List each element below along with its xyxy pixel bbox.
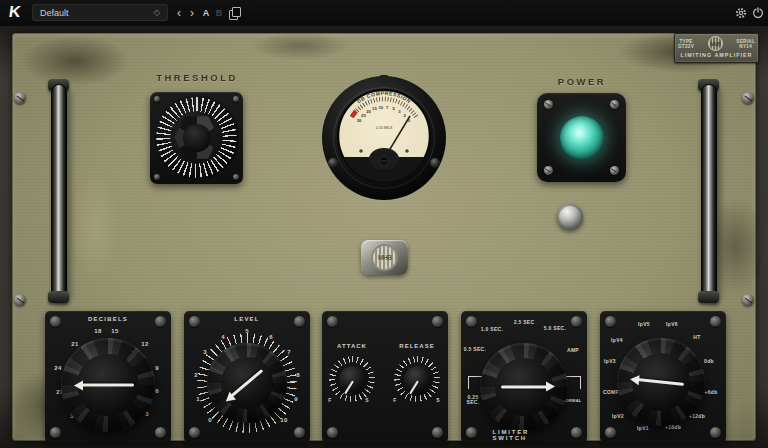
selector-position-label: IpV5 (638, 321, 650, 327)
svg-text:20: 20 (366, 109, 371, 114)
power-bypass-icon[interactable] (752, 7, 764, 19)
dial-number: 10 (280, 417, 287, 423)
badge-logo: MHB (371, 244, 398, 271)
selector-position-label: +12db (689, 413, 705, 419)
knob-pointer (344, 380, 354, 394)
svg-text:30: 30 (357, 118, 362, 123)
selector-position-label: IpV2 (612, 413, 624, 419)
brand-logo: K (8, 3, 21, 21)
selector-position-label: +6db (704, 389, 717, 395)
svg-text:10: 10 (378, 105, 383, 110)
switch-position-label: AMP (567, 347, 579, 353)
preset-prev-button[interactable]: ‹ (173, 0, 185, 26)
limiter-switch-knob[interactable] (480, 343, 568, 431)
dial-number: 8 (296, 372, 300, 378)
nameplate-type-value: GT22V (678, 44, 694, 49)
preset-save-icon[interactable]: ◇ (154, 8, 160, 17)
fast-label: F (393, 397, 396, 403)
dial-number: 18 (94, 328, 101, 334)
threshold-label: THRESHOLD (156, 72, 238, 83)
dial-number: 21 (71, 341, 78, 347)
screw (294, 427, 305, 438)
switch-position-label: 2.5 SEC (514, 319, 535, 325)
knob-arrow (638, 378, 684, 386)
dial-number: 15 (111, 328, 118, 334)
meter-mount-screw (430, 158, 440, 168)
release-knob[interactable] (404, 366, 431, 393)
dial-number: 0 (208, 417, 212, 423)
screw (710, 427, 721, 438)
threshold-knob[interactable] (154, 95, 239, 180)
toolbar: K Default ◇ ‹ › A B (0, 0, 768, 26)
dial-number: 12 (141, 341, 148, 347)
level-title: LEVEL (234, 316, 259, 322)
screw (189, 427, 200, 438)
dial-number: 7 (287, 349, 291, 355)
dial-number: 1 (196, 396, 200, 402)
selector-position-label: IpV6 (666, 321, 678, 327)
screw (155, 316, 166, 327)
screw (742, 294, 754, 306)
screw (742, 92, 754, 104)
screw (327, 316, 338, 327)
selector-position-label: IpV1 (637, 425, 649, 431)
screw (154, 174, 160, 180)
dial-number: 6 (269, 334, 273, 340)
ab-toggle-b[interactable]: B (212, 0, 226, 26)
screw (155, 427, 166, 438)
knob-pointer (409, 380, 419, 394)
settings-gear-icon[interactable] (735, 7, 747, 19)
decibels-knob[interactable] (61, 338, 155, 432)
nameplate-title: LIMITING AMPLIFIER (680, 52, 752, 58)
dial-number: 9 (155, 365, 159, 371)
slow-label: S (436, 397, 440, 403)
screw (432, 316, 443, 327)
screw (605, 316, 616, 327)
power-lamp[interactable] (560, 116, 604, 160)
screw (14, 92, 26, 104)
screw (571, 427, 582, 438)
screw (14, 294, 26, 306)
limiter-switch-title: LIMITER SWITCH (493, 429, 556, 441)
threshold-module (150, 92, 243, 184)
screw (189, 316, 200, 327)
screw (466, 316, 477, 327)
meter-selector-knob[interactable] (617, 338, 705, 426)
level-knob[interactable] (207, 343, 287, 423)
selector-position-label: IpV3 (604, 358, 616, 364)
attack-knob[interactable] (339, 366, 366, 393)
nameplate-serial-value: NY14 (739, 44, 752, 49)
release-label: RELEASE (399, 343, 434, 349)
selector-position-label: 0db (704, 358, 714, 364)
dial-number: 24 (54, 365, 61, 371)
screw (544, 100, 553, 109)
dome-nut-button[interactable] (557, 204, 583, 230)
compression-meter: DB COMPRESSION 30 25 20 15 10 7 5 3 2 0 … (321, 75, 447, 201)
screw (50, 316, 61, 327)
brand-badge: MHB (361, 240, 408, 275)
screw (544, 166, 553, 175)
selector-position-label: IpV4 (611, 337, 623, 343)
fast-label: F (328, 397, 331, 403)
dial-number: 2 (194, 372, 198, 378)
ab-toggle-a[interactable]: A (199, 0, 213, 26)
selector-position-label: COMP (603, 389, 619, 395)
preset-next-button[interactable]: › (186, 0, 198, 26)
screw (605, 427, 616, 438)
knob-arrow (231, 369, 264, 397)
power-label: POWER (558, 76, 606, 87)
copy-preset-icon[interactable] (229, 7, 241, 19)
screw (154, 96, 160, 102)
dial-number: 9 (294, 396, 298, 402)
threshold-knob-cap (183, 124, 211, 152)
screw (233, 174, 239, 180)
decibels-title: DECIBELS (88, 316, 128, 322)
dial-number: 3 (203, 349, 207, 355)
limiter-switch-module: 2.5 SEC 1.0 SEC. 5.0 SEC. 0.5 SEC. AMP 0… (461, 311, 587, 443)
switch-position-label: 5.0 SEC. (544, 325, 566, 331)
level-module: LEVEL 0 1 2 3 4 5 6 7 8 9 10 (184, 311, 310, 443)
preset-selector[interactable]: Default ◇ (32, 4, 168, 21)
dial-number: 4 (221, 334, 225, 340)
dial-number: 6 (155, 388, 159, 394)
knob-arrow (501, 386, 547, 389)
